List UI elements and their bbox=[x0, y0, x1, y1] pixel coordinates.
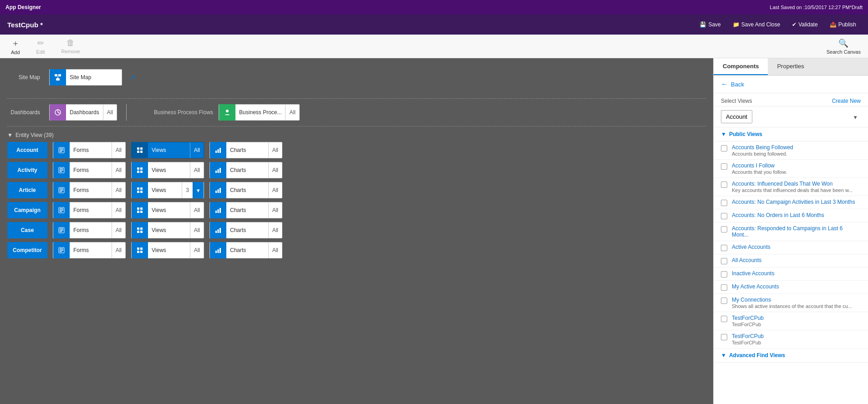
views-box-account[interactable]: Views All bbox=[131, 142, 204, 158]
entity-rows: Account Forms All Views All bbox=[7, 142, 706, 258]
validate-icon: ✔ bbox=[792, 21, 797, 28]
edit-button[interactable]: ✏ Edit bbox=[33, 36, 49, 56]
forms-icon bbox=[53, 242, 70, 258]
views-box-campaign[interactable]: Views All bbox=[131, 202, 204, 218]
add-button[interactable]: ＋ Add bbox=[7, 36, 24, 57]
app-title-bar: TestCpub * 💾 Save 📁 Save And Close ✔ Val… bbox=[0, 15, 868, 35]
view-checkbox[interactable] bbox=[721, 145, 727, 152]
entity-view-header: ▼ Entity View (39) bbox=[7, 132, 706, 138]
panel-back[interactable]: ← Back bbox=[714, 76, 868, 93]
view-checkbox[interactable] bbox=[721, 213, 727, 219]
view-item[interactable]: My Active Accounts bbox=[714, 281, 868, 294]
views-icon bbox=[132, 202, 148, 218]
entity-btn-campaign[interactable]: Campaign bbox=[7, 202, 47, 218]
view-item[interactable]: Active Accounts bbox=[714, 241, 868, 254]
svg-rect-50 bbox=[220, 208, 221, 213]
view-item[interactable]: TestForCPub TestForCPub bbox=[714, 330, 868, 348]
tab-properties[interactable]: Properties bbox=[768, 58, 813, 75]
sitemap-box-label: Site Map bbox=[66, 74, 122, 81]
create-new-link[interactable]: Create New bbox=[832, 98, 861, 104]
svg-rect-26 bbox=[215, 171, 217, 173]
views-box-competitor[interactable]: Views All bbox=[131, 242, 204, 258]
charts-box-case[interactable]: Charts All bbox=[209, 222, 282, 238]
views-panel[interactable]: ▼ Public Views Accounts Being Followed A… bbox=[714, 127, 868, 404]
view-checkbox[interactable] bbox=[721, 245, 727, 251]
view-checkbox[interactable] bbox=[721, 163, 727, 170]
forms-icon bbox=[53, 162, 70, 178]
forms-box-activity[interactable]: Forms All bbox=[53, 162, 126, 178]
charts-box-account[interactable]: Charts All bbox=[209, 142, 282, 158]
entity-btn-activity[interactable]: Activity bbox=[7, 162, 47, 178]
view-checkbox[interactable] bbox=[721, 316, 727, 322]
view-item[interactable]: Accounts: No Campaign Activities in Last… bbox=[714, 196, 868, 209]
svg-rect-59 bbox=[215, 231, 217, 233]
view-checkbox[interactable] bbox=[721, 182, 727, 188]
publish-button[interactable]: 📤 Publish bbox=[825, 20, 861, 30]
views-box-case[interactable]: Views All bbox=[131, 222, 204, 238]
entity-btn-account[interactable]: Account bbox=[7, 142, 47, 158]
forms-icon bbox=[53, 142, 70, 158]
account-select[interactable]: Account bbox=[721, 110, 752, 123]
view-item[interactable]: Accounts Being Followed Accounts being f… bbox=[714, 141, 868, 160]
charts-box-campaign[interactable]: Charts All bbox=[209, 202, 282, 218]
app-actions: 💾 Save 📁 Save And Close ✔ Validate 📤 Pub… bbox=[695, 20, 861, 30]
sitemap-arrow-button[interactable]: ↗ bbox=[128, 71, 137, 84]
entity-btn-article[interactable]: Article bbox=[7, 182, 47, 198]
view-checkbox[interactable] bbox=[721, 298, 727, 304]
search-canvas[interactable]: 🔍 Search Canvas bbox=[827, 38, 861, 55]
view-checkbox[interactable] bbox=[721, 284, 727, 291]
validate-button[interactable]: ✔ Validate bbox=[787, 20, 822, 30]
view-item[interactable]: My Connections Shows all active instance… bbox=[714, 294, 868, 312]
tab-components[interactable]: Components bbox=[714, 58, 768, 75]
divider-1 bbox=[7, 98, 706, 99]
views-badge: 3 bbox=[182, 182, 193, 198]
view-item[interactable]: Accounts: No Orders in Last 6 Months bbox=[714, 209, 868, 222]
view-item-content: Accounts: No Campaign Activities in Last… bbox=[732, 199, 861, 205]
view-checkbox[interactable] bbox=[721, 334, 727, 340]
view-item[interactable]: Accounts I Follow Accounts that you foll… bbox=[714, 160, 868, 178]
entity-btn-competitor[interactable]: Competitor bbox=[7, 242, 47, 258]
entity-btn-case[interactable]: Case bbox=[7, 222, 47, 238]
save-button[interactable]: 💾 Save bbox=[695, 20, 725, 30]
bpf-section-label: Business Process Flows bbox=[154, 109, 213, 116]
svg-rect-72 bbox=[220, 248, 221, 253]
view-item[interactable]: All Accounts bbox=[714, 254, 868, 268]
canvas-area[interactable]: Site Map Site Map ↗ bbox=[0, 58, 713, 404]
bpf-box[interactable]: Business Proce... All bbox=[219, 104, 300, 121]
view-item[interactable]: Inactive Accounts bbox=[714, 268, 868, 281]
charts-box-competitor[interactable]: Charts All bbox=[209, 242, 282, 258]
vertical-divider bbox=[126, 104, 127, 121]
svg-rect-11 bbox=[137, 147, 139, 150]
remove-button[interactable]: 🗑 Remove bbox=[58, 36, 84, 56]
charts-box-article[interactable]: Charts All bbox=[209, 182, 282, 198]
charts-label: Charts bbox=[226, 227, 268, 233]
forms-box-article[interactable]: Forms All bbox=[53, 182, 126, 198]
save-and-close-button[interactable]: 📁 Save And Close bbox=[728, 20, 785, 30]
svg-rect-33 bbox=[137, 187, 139, 190]
views-box-article[interactable]: Views 3 ▾ bbox=[131, 182, 204, 198]
view-checkbox[interactable] bbox=[721, 226, 727, 232]
views-box-activity[interactable]: Views All bbox=[131, 162, 204, 178]
view-item[interactable]: TestForCPub TestForCPub bbox=[714, 312, 868, 330]
view-item[interactable]: Accounts: Influenced Deals That We Won K… bbox=[714, 178, 868, 196]
back-label: Back bbox=[731, 81, 744, 88]
dashboards-box[interactable]: Dashboards All bbox=[49, 104, 117, 121]
svg-rect-68 bbox=[137, 251, 139, 253]
charts-box-activity[interactable]: Charts All bbox=[209, 162, 282, 178]
views-label: Views bbox=[148, 167, 190, 173]
view-item-title: Accounts: Responded to Campaigns in Last… bbox=[732, 225, 861, 238]
views-dropdown-btn[interactable]: ▾ bbox=[193, 182, 204, 198]
forms-box-campaign[interactable]: Forms All bbox=[53, 202, 126, 218]
forms-label: Forms bbox=[70, 247, 112, 253]
view-checkbox[interactable] bbox=[721, 200, 727, 206]
svg-rect-37 bbox=[215, 191, 217, 193]
charts-label: Charts bbox=[226, 167, 268, 173]
view-item[interactable]: Accounts: Responded to Campaigns in Last… bbox=[714, 222, 868, 241]
forms-box-account[interactable]: Forms All bbox=[53, 142, 126, 158]
view-checkbox[interactable] bbox=[721, 258, 727, 264]
view-checkbox[interactable] bbox=[721, 271, 727, 278]
svg-rect-57 bbox=[137, 231, 139, 233]
forms-box-case[interactable]: Forms All bbox=[53, 222, 126, 238]
forms-box-competitor[interactable]: Forms All bbox=[53, 242, 126, 258]
view-item-title: Accounts: No Campaign Activities in Last… bbox=[732, 199, 861, 205]
